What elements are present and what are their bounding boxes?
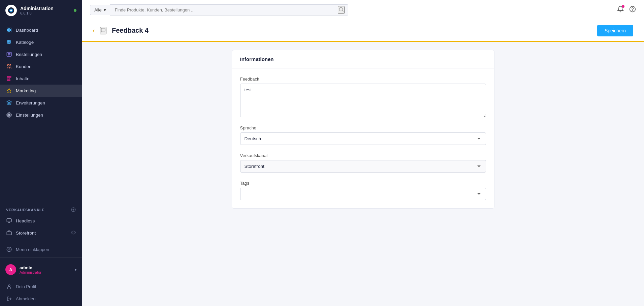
sidebar-item-label: Bestellungen: [16, 52, 42, 57]
sprache-group: Sprache Deutsch English Français Español: [240, 125, 486, 145]
main-nav: Dashboard Kataloge Bestellungen: [0, 21, 82, 203]
sidebar-item-einstellungen[interactable]: Einstellungen: [0, 109, 82, 121]
content-icon: [6, 75, 12, 82]
profil-label: Dein Profil: [16, 284, 36, 289]
sidebar-divider: [0, 241, 82, 241]
verkaufskanal-select[interactable]: Storefront Headless: [240, 160, 486, 173]
sprache-label: Sprache: [240, 125, 486, 130]
app-title: Administration: [20, 6, 70, 11]
svg-rect-12: [7, 78, 9, 79]
catalog-icon: [6, 39, 12, 45]
svg-rect-11: [7, 76, 11, 78]
headless-label: Headless: [16, 218, 35, 223]
svg-point-23: [73, 232, 74, 233]
headless-icon: [6, 218, 12, 224]
collapse-menu-btn[interactable]: Menü einklappen: [0, 243, 82, 255]
storefront-visibility-icon[interactable]: [71, 230, 76, 236]
settings-icon: [6, 112, 12, 118]
notification-badge: [622, 5, 624, 8]
svg-point-10: [7, 64, 9, 66]
svg-rect-22: [7, 232, 11, 235]
sidebar-item-kunden[interactable]: Kunden: [0, 60, 82, 72]
add-channel-icon[interactable]: [71, 207, 76, 213]
svg-marker-14: [7, 88, 11, 93]
svg-point-15: [8, 114, 10, 116]
page-title: Feedback 4: [112, 27, 592, 34]
svg-rect-13: [7, 80, 10, 81]
svg-point-26: [8, 284, 10, 286]
user-name: admin: [20, 265, 41, 270]
extensions-icon: [6, 100, 12, 106]
help-btn[interactable]: [629, 6, 636, 14]
sidebar-header: Administration 6.6.1.0: [0, 0, 82, 21]
dashboard-icon: [6, 27, 12, 33]
abmelden-link[interactable]: Abmelden: [0, 293, 82, 305]
sidebar-item-erweiterungen[interactable]: Erweiterungen: [0, 97, 82, 109]
verkaufskanaele-label: Verkaufskanäle: [6, 208, 44, 212]
status-indicator: [74, 9, 76, 12]
customers-icon: [6, 63, 12, 69]
informationen-card: Informationen Feedback test Sprache Deut…: [232, 50, 494, 209]
search-filter-btn[interactable]: Alle ▾: [90, 5, 110, 15]
svg-rect-3: [9, 28, 11, 30]
content-area: ‹ Feedback 4 Speichern Informationen Fee…: [82, 20, 644, 306]
sidebar: Administration 6.6.1.0 Dashboard Katalog…: [0, 0, 82, 306]
breadcrumb-icon[interactable]: [100, 27, 106, 34]
sprache-select[interactable]: Deutsch English Français Español: [240, 132, 486, 145]
back-button[interactable]: ‹: [93, 27, 95, 34]
svg-rect-19: [7, 219, 11, 222]
user-chevron-icon: ▾: [75, 268, 76, 272]
sidebar-item-storefront[interactable]: Storefront: [0, 227, 82, 239]
verkaufskanal-label: Verkaufskanal: [240, 153, 486, 158]
sidebar-item-marketing[interactable]: Marketing: [0, 85, 82, 97]
app-version: 6.6.1.0: [20, 11, 70, 15]
save-button[interactable]: Speichern: [597, 25, 633, 36]
card-body: Feedback test Sprache Deutsch English Fr…: [232, 68, 494, 208]
sidebar-item-label: Dashboard: [16, 28, 38, 33]
search-input-wrap: [110, 4, 348, 16]
sidebar-item-label: Erweiterungen: [16, 100, 45, 105]
topbar: Alle ▾: [82, 0, 644, 20]
sidebar-item-label: Kataloge: [16, 40, 34, 45]
feedback-label: Feedback: [240, 76, 486, 82]
storefront-icon: [6, 230, 12, 236]
card-header: Informationen: [232, 50, 494, 68]
sidebar-item-dashboard[interactable]: Dashboard: [0, 24, 82, 36]
svg-rect-4: [9, 30, 11, 32]
topbar-icons: [617, 6, 636, 14]
search-filter-label: Alle: [94, 7, 102, 12]
extra-nav: Dein Profil Abmelden: [0, 279, 82, 306]
tags-group: Tags: [240, 181, 486, 200]
logout-icon: [6, 296, 12, 302]
feedback-textarea[interactable]: test: [240, 84, 486, 117]
sidebar-item-label: Einstellungen: [16, 113, 43, 118]
tags-select[interactable]: [240, 188, 486, 200]
sidebar-item-bestellungen[interactable]: Bestellungen: [0, 48, 82, 60]
profil-link[interactable]: Dein Profil: [0, 280, 82, 293]
filter-chevron-icon: ▾: [104, 7, 106, 12]
marketing-icon: [6, 88, 12, 94]
app-logo: [5, 5, 17, 16]
user-menu[interactable]: A admin Administrator ▾: [0, 260, 82, 279]
collapse-icon: [6, 246, 12, 252]
svg-rect-5: [7, 30, 9, 32]
abmelden-label: Abmelden: [16, 296, 36, 301]
search-input[interactable]: [114, 5, 338, 15]
main-area: Alle ▾: [82, 0, 644, 306]
search-submit-btn[interactable]: [338, 6, 345, 14]
sidebar-item-kataloge[interactable]: Kataloge: [0, 36, 82, 48]
sidebar-item-inhalte[interactable]: Inhalte: [0, 72, 82, 85]
verkaufskanal-group: Verkaufskanal Storefront Headless: [240, 153, 486, 173]
search-container: Alle ▾: [90, 4, 348, 16]
sidebar-item-label: Inhalte: [16, 76, 30, 81]
app-info: Administration 6.6.1.0: [20, 6, 70, 15]
page-header: ‹ Feedback 4 Speichern: [82, 20, 644, 42]
notifications-btn[interactable]: [617, 6, 624, 14]
svg-point-1: [10, 9, 12, 11]
svg-line-29: [342, 10, 343, 11]
sidebar-item-label: Marketing: [16, 88, 36, 93]
user-icon: [6, 283, 12, 289]
sidebar-item-headless[interactable]: Headless: [0, 215, 82, 227]
sidebar-item-label: Kunden: [16, 64, 32, 69]
svg-rect-2: [7, 28, 9, 30]
